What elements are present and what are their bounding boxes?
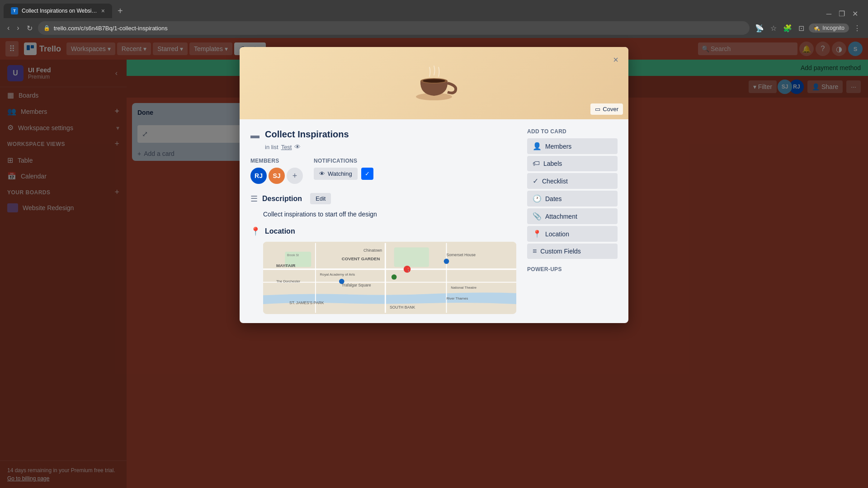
svg-point-26 bbox=[444, 259, 449, 264]
card-title-row: ▬ Collect Inspirations bbox=[250, 128, 516, 141]
svg-text:Royal Academy of Arts: Royal Academy of Arts bbox=[320, 272, 355, 277]
cast-icon[interactable]: 📡 bbox=[753, 22, 766, 34]
watch-icon[interactable]: 👁 bbox=[294, 143, 301, 150]
bookmark-icon[interactable]: ☆ bbox=[769, 22, 778, 34]
window-close[interactable]: ✕ bbox=[849, 9, 861, 18]
add-location-label: Location bbox=[545, 230, 569, 238]
svg-text:COVENT GARDEN: COVENT GARDEN bbox=[342, 256, 380, 261]
forward-button[interactable]: › bbox=[15, 22, 21, 34]
add-custom-fields-button[interactable]: ≡ Custom Fields bbox=[527, 244, 618, 259]
card-cover: ▭ Cover bbox=[240, 47, 628, 119]
add-dates-label: Dates bbox=[545, 195, 562, 202]
svg-text:ST. JAMES'S PARK: ST. JAMES'S PARK bbox=[289, 300, 324, 305]
add-attachment-button[interactable]: 📎 Attachment bbox=[527, 208, 618, 224]
watching-button[interactable]: 👁 Watching bbox=[314, 168, 358, 180]
description-text: Collect inspirations to start off the de… bbox=[263, 210, 516, 219]
browser-toolbar: ‹ › ↻ 🔒 trello.com/c/s6n4B7Bq/1-collect-… bbox=[0, 18, 868, 38]
add-members-label: Members bbox=[545, 143, 571, 150]
power-ups-title: Power-Ups bbox=[527, 266, 618, 272]
add-dates-button[interactable]: 🕐 Dates bbox=[527, 191, 618, 206]
extensions-icon[interactable]: 🧩 bbox=[781, 22, 794, 34]
address-bar[interactable]: 🔒 trello.com/c/s6n4B7Bq/1-collect-inspir… bbox=[38, 21, 750, 35]
add-to-card-title: Add to card bbox=[527, 128, 618, 135]
location-section-header: 📍 Location bbox=[250, 226, 516, 236]
window-minimize[interactable]: ─ bbox=[824, 10, 834, 18]
menu-icon[interactable]: ⋮ bbox=[852, 22, 863, 34]
members-meta-label: Members bbox=[250, 158, 303, 164]
map-container[interactable]: MAYFAIR COVENT GARDEN Somerset House Roy… bbox=[263, 242, 516, 314]
add-location-button[interactable]: 📍 Location bbox=[527, 226, 618, 242]
svg-text:River Thames: River Thames bbox=[447, 296, 468, 300]
active-tab[interactable]: T Collect Inspirations on Website R... × bbox=[4, 4, 112, 18]
profile-icon[interactable]: ⊡ bbox=[797, 22, 806, 34]
svg-text:SOUTH BANK: SOUTH BANK bbox=[390, 305, 415, 310]
browser-chrome: T Collect Inspirations on Website R... ×… bbox=[0, 0, 868, 38]
svg-text:Somerset House: Somerset House bbox=[447, 253, 476, 257]
tab-title: Collect Inspirations on Website R... bbox=[22, 8, 98, 14]
svg-text:The Dorchester: The Dorchester bbox=[276, 279, 301, 283]
svg-text:Chinatown: Chinatown bbox=[363, 248, 382, 253]
notifications-meta-label: Notifications bbox=[314, 158, 373, 164]
members-row: RJ SJ + bbox=[250, 168, 303, 184]
svg-rect-12 bbox=[394, 247, 429, 267]
add-custom-fields-label: Custom Fields bbox=[540, 248, 580, 255]
window-restore[interactable]: ❐ bbox=[836, 9, 848, 18]
list-name-link[interactable]: Test bbox=[281, 144, 292, 150]
tab-close-icon[interactable]: × bbox=[101, 7, 105, 14]
card-meta-row: Members RJ SJ + Notifications bbox=[250, 158, 516, 184]
add-custom-fields-icon: ≡ bbox=[533, 247, 537, 255]
description-section-header: ☰ Description Edit bbox=[250, 193, 516, 204]
new-tab-button[interactable]: + bbox=[114, 4, 127, 18]
in-list-text: in list bbox=[265, 144, 278, 150]
add-members-button[interactable]: 👤 Members bbox=[527, 138, 618, 154]
tab-bar: T Collect Inspirations on Website R... ×… bbox=[0, 0, 868, 18]
reload-button[interactable]: ↻ bbox=[25, 22, 34, 34]
notifications-row: 👁 Watching ✓ bbox=[314, 168, 373, 180]
add-labels-icon: 🏷 bbox=[533, 160, 540, 168]
card-list-info: in list Test 👁 bbox=[265, 143, 516, 150]
svg-point-27 bbox=[392, 274, 397, 280]
card-modal: ▭ Cover × ▬ Collect Inspirations in list… bbox=[240, 47, 628, 323]
card-title-icon: ▬ bbox=[250, 130, 259, 141]
add-members-icon: 👤 bbox=[533, 142, 542, 150]
url-text: trello.com/c/s6n4B7Bq/1-collect-inspirat… bbox=[54, 25, 745, 32]
add-location-icon: 📍 bbox=[533, 230, 542, 238]
cover-button[interactable]: ▭ Cover bbox=[590, 103, 623, 115]
add-checklist-button[interactable]: ✓ Checklist bbox=[527, 173, 618, 189]
cover-icon: ▭ bbox=[595, 106, 600, 113]
add-labels-button[interactable]: 🏷 Labels bbox=[527, 156, 618, 171]
watching-check-button[interactable]: ✓ bbox=[361, 168, 373, 180]
modal-body: ▬ Collect Inspirations in list Test 👁 Me… bbox=[240, 119, 628, 323]
member-chip-sj[interactable]: SJ bbox=[269, 168, 285, 184]
add-checklist-icon: ✓ bbox=[533, 177, 538, 185]
cover-label: Cover bbox=[603, 106, 618, 113]
member-chip-rj[interactable]: RJ bbox=[250, 168, 267, 184]
add-member-button[interactable]: + bbox=[287, 168, 303, 184]
tab-favicon: T bbox=[11, 7, 18, 14]
location-section: 📍 Location bbox=[250, 226, 516, 314]
coffee-cup-illustration bbox=[407, 61, 461, 106]
add-attachment-icon: 📎 bbox=[533, 212, 542, 221]
svg-text:MAYFAIR: MAYFAIR bbox=[276, 263, 296, 268]
modal-close-button[interactable]: × bbox=[609, 52, 623, 67]
map-svg: MAYFAIR COVENT GARDEN Somerset House Roy… bbox=[263, 242, 516, 314]
svg-text:Brook St: Brook St bbox=[287, 253, 299, 257]
location-title: Location bbox=[265, 227, 295, 235]
add-checklist-label: Checklist bbox=[542, 178, 568, 185]
modal-main: ▬ Collect Inspirations in list Test 👁 Me… bbox=[250, 128, 516, 314]
svg-point-25 bbox=[339, 279, 344, 284]
add-dates-icon: 🕐 bbox=[533, 194, 542, 203]
description-title: Description bbox=[262, 195, 302, 203]
modal-overlay[interactable]: ▭ Cover × ▬ Collect Inspirations in list… bbox=[0, 38, 868, 488]
member-sj-initials: SJ bbox=[273, 172, 280, 179]
incognito-label: Incognito bbox=[822, 25, 844, 31]
back-button[interactable]: ‹ bbox=[5, 22, 11, 34]
lock-icon: 🔒 bbox=[43, 25, 50, 31]
card-title: Collect Inspirations bbox=[265, 128, 349, 140]
add-attachment-label: Attachment bbox=[545, 213, 577, 220]
eye-icon: 👁 bbox=[319, 170, 325, 177]
description-edit-button[interactable]: Edit bbox=[310, 193, 331, 204]
notifications-section: Notifications 👁 Watching ✓ bbox=[314, 158, 373, 184]
modal-sidebar: Add to card 👤 Members 🏷 Labels ✓ Checkli… bbox=[527, 128, 618, 314]
watching-label: Watching bbox=[328, 170, 352, 177]
